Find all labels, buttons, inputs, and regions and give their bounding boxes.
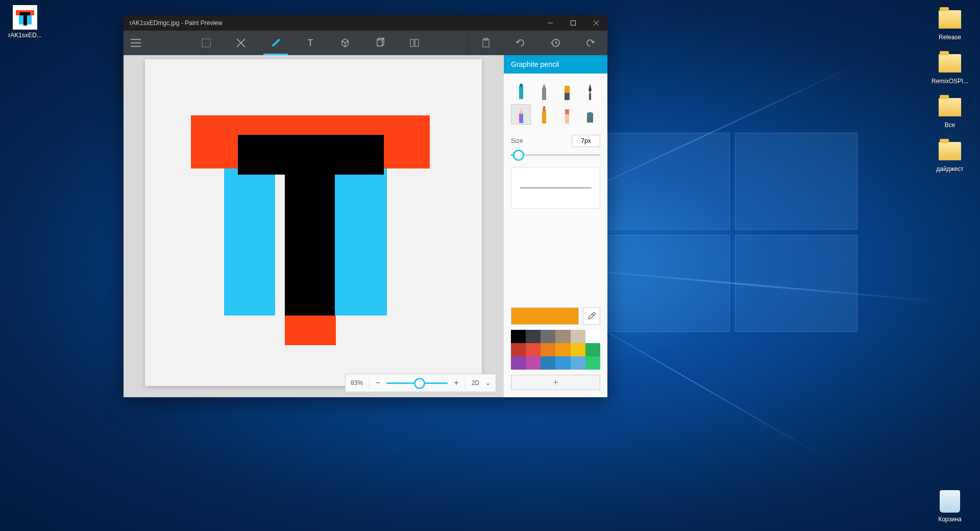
tool-options-panel: Graphite pencil Size <box>503 55 607 397</box>
paint-preview-window: rAK1sxEDmgc.jpg - Paint Preview T <box>124 15 607 397</box>
paste-button[interactable] <box>469 31 503 55</box>
color-swatch[interactable] <box>511 343 526 356</box>
chevron-down-icon[interactable]: ⌄ <box>485 379 491 387</box>
svg-rect-14 <box>519 87 523 99</box>
image-thumb-icon <box>13 5 37 30</box>
svg-point-26 <box>543 106 545 108</box>
color-swatch[interactable] <box>571 356 585 370</box>
maximize-button[interactable] <box>561 15 584 31</box>
brush-fill[interactable] <box>580 104 600 125</box>
svg-rect-1 <box>571 21 575 26</box>
brush-oil[interactable] <box>557 81 577 101</box>
color-swatch[interactable] <box>526 356 541 370</box>
titlebar[interactable]: rAK1sxEDmgc.jpg - Paint Preview <box>124 15 607 31</box>
zoom-out-button[interactable]: − <box>376 378 380 388</box>
desktop-icon-label: дайджест <box>930 165 970 173</box>
brush-marker[interactable] <box>511 81 531 101</box>
svg-rect-22 <box>519 114 521 123</box>
desktop-icon-vse[interactable]: Все <box>930 95 970 129</box>
desktop-icon-remixos[interactable]: RemixOSPl... <box>930 51 970 85</box>
menu-button[interactable] <box>124 31 148 55</box>
desktop-icon-label: rAK1sxED... <box>5 32 45 39</box>
size-slider[interactable] <box>511 154 600 156</box>
artwork-t-logo <box>191 115 430 340</box>
brush-picker <box>504 74 607 132</box>
svg-rect-27 <box>565 109 569 114</box>
zoom-in-button[interactable]: + <box>454 378 458 388</box>
desktop-icon-label: Release <box>930 34 970 41</box>
color-swatch[interactable] <box>511 356 526 370</box>
desktop-icon-recycle-bin[interactable]: Корзина <box>930 489 970 523</box>
preview-stroke <box>520 187 592 188</box>
desktop-icon-label: Все <box>930 122 970 129</box>
color-swatch[interactable] <box>555 330 570 343</box>
zoom-percentage: 83% <box>351 379 363 387</box>
crop-tool[interactable] <box>224 31 258 55</box>
brush-eraser[interactable] <box>557 104 577 125</box>
svg-text:T: T <box>308 38 313 48</box>
current-color-swatch[interactable] <box>511 307 579 325</box>
svg-rect-25 <box>543 108 546 112</box>
svg-marker-21 <box>519 108 523 114</box>
brush-pencil[interactable] <box>511 104 531 125</box>
color-swatch[interactable] <box>511 330 526 343</box>
svg-rect-18 <box>565 93 570 100</box>
close-button[interactable] <box>584 15 607 31</box>
color-swatch[interactable] <box>585 343 600 356</box>
svg-rect-10 <box>415 39 419 46</box>
desktop-icon-label: RemixOSPl... <box>930 78 970 85</box>
zoom-controls: 83% − + 2D ⌄ <box>345 374 496 392</box>
size-input[interactable] <box>572 135 600 147</box>
window-title: rAK1sxEDmgc.jpg - Paint Preview <box>124 19 538 27</box>
brush-preview <box>511 167 600 209</box>
color-swatch[interactable] <box>526 343 541 356</box>
svg-rect-29 <box>587 113 593 123</box>
select-tool[interactable] <box>189 31 224 55</box>
desktop-icon-image-file[interactable]: rAK1sxED... <box>5 5 45 39</box>
text-tool[interactable]: T <box>293 31 328 55</box>
eyedropper-button[interactable] <box>583 307 600 325</box>
main-toolbar: T <box>124 31 607 55</box>
size-label: Size <box>511 137 523 144</box>
view-mode[interactable]: 2D <box>472 379 479 387</box>
color-swatch[interactable] <box>541 330 555 343</box>
add-color-button[interactable]: + <box>511 375 600 390</box>
svg-rect-24 <box>542 112 546 124</box>
recycle-bin-icon <box>940 490 960 513</box>
canvas-tool[interactable] <box>397 31 432 55</box>
panel-header: Graphite pencil <box>504 55 607 74</box>
color-swatch[interactable] <box>541 343 555 356</box>
svg-rect-9 <box>410 39 414 46</box>
color-swatch[interactable] <box>555 343 570 356</box>
canvas[interactable] <box>145 59 482 386</box>
brush-tool[interactable] <box>258 31 293 55</box>
svg-marker-19 <box>589 84 592 93</box>
canvas-area: 83% − + 2D ⌄ <box>124 55 503 397</box>
redo-button[interactable] <box>573 31 607 55</box>
desktop-icon-digest[interactable]: дайджест <box>930 139 970 173</box>
color-swatch[interactable] <box>585 330 600 343</box>
color-swatch[interactable] <box>555 356 570 370</box>
svg-rect-17 <box>565 86 570 93</box>
folder-icon <box>939 54 961 73</box>
brush-pen[interactable] <box>534 81 554 101</box>
zoom-slider[interactable] <box>386 382 448 384</box>
color-swatch[interactable] <box>585 356 600 370</box>
3d-shapes-tool[interactable] <box>362 31 397 55</box>
undo-button[interactable] <box>503 31 538 55</box>
svg-rect-7 <box>202 39 210 47</box>
folder-icon <box>939 10 961 29</box>
brush-spray[interactable] <box>534 104 554 125</box>
minimize-button[interactable] <box>538 15 561 31</box>
history-button[interactable] <box>538 31 573 55</box>
sticker-tool[interactable] <box>328 31 362 55</box>
svg-rect-28 <box>565 114 569 124</box>
desktop-icon-release[interactable]: Release <box>930 7 970 41</box>
color-swatch[interactable] <box>571 330 585 343</box>
brush-calligraphy[interactable] <box>580 81 600 101</box>
folder-icon <box>939 98 961 116</box>
color-swatch[interactable] <box>571 343 585 356</box>
color-swatch[interactable] <box>541 356 555 370</box>
color-swatch[interactable] <box>526 330 541 343</box>
svg-rect-23 <box>521 114 523 123</box>
